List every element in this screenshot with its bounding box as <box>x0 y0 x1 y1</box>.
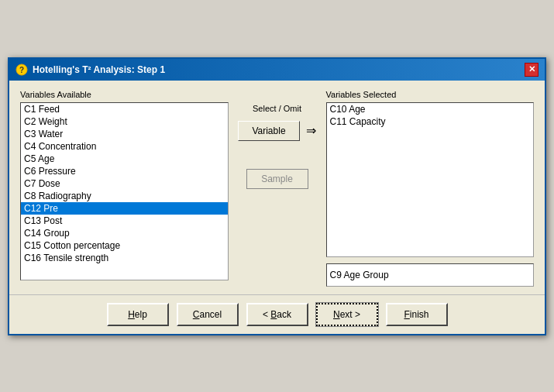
variables-selected-list[interactable]: C10 AgeC11 Capacity <box>326 102 535 257</box>
list-item[interactable]: C1 Feed <box>21 103 228 115</box>
arrow-icon: ⇒ <box>306 125 316 137</box>
back-button[interactable]: < Back <box>246 303 308 326</box>
list-item[interactable]: C2 Weight <box>21 115 228 128</box>
sample-button[interactable]: Sample <box>246 169 308 189</box>
variables-available-label: Variables Available <box>20 90 229 99</box>
list-item[interactable]: C8 Radiography <box>21 190 228 202</box>
footer: Help Cancel < Back Next > Finish <box>9 294 545 334</box>
dialog: ? Hotelling's T² Analysis: Step 1 ✕ Vari… <box>8 57 546 335</box>
select-omit-panel: Select / Omit Variable ⇒ Sample <box>235 90 320 189</box>
list-item[interactable]: C10 Age <box>327 103 534 115</box>
list-item[interactable]: C12 Pre <box>21 202 228 215</box>
help-button[interactable]: Help <box>107 303 169 326</box>
variables-available-panel: Variables Available C1 FeedC2 WeightC3 W… <box>20 90 229 280</box>
list-item[interactable]: C13 Post <box>21 215 228 227</box>
list-item[interactable]: C7 Dose <box>21 177 228 190</box>
variables-selected-label: Variables Selected <box>326 90 535 99</box>
close-button[interactable]: ✕ <box>525 63 539 77</box>
list-item[interactable]: C16 Tensile strength <box>21 252 228 264</box>
list-item[interactable]: C4 Concentration <box>21 140 228 153</box>
dialog-title: Hotelling's T² Analysis: Step 1 <box>33 64 165 75</box>
svg-text:?: ? <box>19 66 24 74</box>
finish-button[interactable]: Finish <box>386 303 448 326</box>
list-item[interactable]: C5 Age <box>21 153 228 165</box>
select-omit-label: Select / Omit <box>253 104 301 113</box>
sample-value: C9 Age Group <box>330 270 389 280</box>
variables-selected-panel: Variables Selected C10 AgeC11 Capacity C… <box>326 90 535 287</box>
list-item[interactable]: C11 Capacity <box>327 115 534 128</box>
list-item[interactable]: C3 Water <box>21 128 228 140</box>
list-item[interactable]: C15 Cotton percentage <box>21 239 228 252</box>
variables-available-list[interactable]: C1 FeedC2 WeightC3 WaterC4 Concentration… <box>20 102 229 280</box>
list-item[interactable]: C14 Group <box>21 227 228 239</box>
cancel-button[interactable]: Cancel <box>177 303 239 326</box>
list-item[interactable]: C6 Pressure <box>21 165 228 177</box>
sample-value-box[interactable]: C9 Age Group <box>326 263 535 287</box>
title-bar: ? Hotelling's T² Analysis: Step 1 ✕ <box>9 59 545 81</box>
title-icon: ? <box>15 64 28 76</box>
next-button[interactable]: Next > <box>316 303 378 326</box>
variable-button[interactable]: Variable <box>238 121 300 141</box>
